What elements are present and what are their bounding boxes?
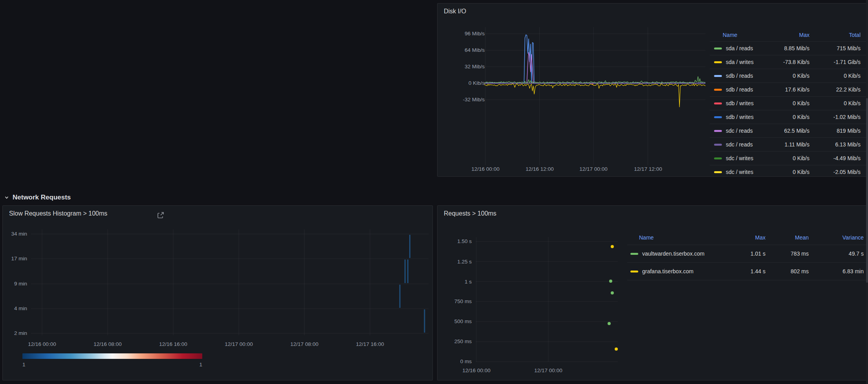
x-tick: 12/17 00:00 [221, 341, 256, 347]
series-color-swatch [630, 253, 638, 255]
legend-value-max: 0 Kib/s [769, 155, 817, 161]
legend-value-mean: 802 ms [769, 268, 813, 274]
legend-value-max: 0 Kib/s [769, 114, 817, 120]
y-tick: 64 Mib/s [445, 47, 485, 53]
color-scale-max: 1 [183, 362, 202, 368]
legend-series-name[interactable]: sdc / writes [710, 155, 769, 161]
y-tick: 1.50 s [444, 238, 472, 244]
series-color-swatch [714, 75, 722, 77]
disk-legend-row: sdb / writes0 Kib/s0 Kib/s [710, 96, 868, 110]
disk-legend-row: sdb / writes0 Kib/s-1.02 Mib/s [710, 110, 868, 124]
legend-value-max: -73.8 Kib/s [769, 59, 817, 65]
legend-header-name[interactable]: Name [710, 32, 769, 38]
legend-series-name[interactable]: sda / writes [710, 59, 769, 65]
y-tick: 17 min [4, 256, 27, 261]
series-color-swatch [714, 48, 722, 49]
disk-legend-row: sdc / writes0 Kib/s-2.05 Mib/s [710, 165, 868, 174]
legend-series-name[interactable]: sdc / reads [710, 128, 769, 134]
y-tick: 1 s [444, 279, 472, 285]
y-tick: 0 Kib/s [445, 80, 485, 86]
x-tick: 12/16 00:00 [459, 368, 494, 373]
y-tick: 500 ms [444, 318, 472, 324]
panel-requests: Requests > 100ms 1.50 s 1.25 s 1 s 750 m… [437, 205, 868, 380]
y-tick: 9 min [4, 281, 27, 287]
legend-header-mean[interactable]: Mean [769, 234, 813, 241]
legend-value-total: -2.05 Mib/s [817, 169, 868, 174]
heatmap-color-scale [22, 353, 202, 359]
legend-value-total: 6.13 Mib/s [817, 141, 868, 148]
legend-series-name[interactable]: sda / reads [710, 45, 769, 51]
legend-series-name[interactable]: sdb / writes [710, 114, 769, 120]
grafana-dashboard: Disk I/O 96 Mib/s 64 Mib/s 32 Mib/s 0 Ki… [0, 0, 868, 384]
y-tick: 96 Mib/s [445, 31, 485, 37]
disk-legend-row: sda / reads8.85 Mib/s715 Mib/s [710, 41, 868, 55]
disk-legend-row: sdb / reads17.6 Kib/s22.2 Kib/s [710, 82, 868, 96]
x-tick: 12/17 00:00 [531, 368, 566, 373]
y-tick: 2 min [4, 330, 27, 336]
requests-legend-row: grafana.tiserbox.com1.44 s802 ms6.83 min [627, 262, 868, 280]
legend-value-total: -1.02 Mib/s [817, 114, 868, 120]
chevron-down-icon [4, 195, 9, 200]
disk-legend-row: sda / writes-73.8 Kib/s-1.71 Gib/s [710, 55, 868, 69]
series-color-swatch [714, 171, 722, 173]
legend-value-total: -4.49 Mib/s [817, 155, 868, 161]
legend-series-name[interactable]: sdc / reads [710, 141, 769, 148]
legend-series-name[interactable]: sdb / writes [710, 100, 769, 106]
legend-value-max: 1.01 s [711, 251, 769, 257]
y-tick: 750 ms [444, 298, 472, 304]
legend-value-total: 819 Mib/s [817, 128, 868, 134]
x-tick: 12/16 16:00 [156, 341, 191, 347]
x-tick: 12/17 16:00 [352, 341, 388, 347]
legend-series-name[interactable]: grafana.tiserbox.com [627, 268, 711, 274]
legend-value-max: 17.6 Kib/s [769, 86, 817, 93]
x-tick: 12/16 12:00 [522, 166, 557, 172]
series-color-swatch [714, 144, 722, 146]
series-color-swatch [630, 271, 638, 272]
legend-header-max[interactable]: Max [711, 234, 769, 241]
legend-value-total: 22.2 Kib/s [817, 86, 868, 93]
y-tick: 32 Mib/s [445, 64, 485, 69]
legend-value-total: -1.71 Gib/s [817, 59, 868, 65]
legend-value-variance: 6.83 min [813, 268, 868, 274]
requests-legend-table: Name Max Mean Variance vaultwarden.tiser… [627, 230, 868, 282]
legend-value-max: 1.44 s [711, 268, 769, 274]
disk-legend-row: sdc / reads1.11 Mib/s6.13 Mib/s [710, 137, 868, 151]
legend-value-max: 62.5 Mib/s [769, 128, 817, 134]
legend-header-name[interactable]: Name [627, 234, 711, 241]
disk-legend-row: sdc / reads62.5 Mib/s819 Mib/s [710, 124, 868, 137]
legend-value-max: 0 Kib/s [769, 169, 817, 174]
series-color-swatch [714, 102, 722, 104]
x-tick: 12/17 00:00 [576, 166, 611, 172]
legend-series-name[interactable]: sdb / reads [710, 73, 769, 79]
y-tick: 4 min [4, 305, 27, 311]
scrollbar-thumb[interactable] [866, 98, 868, 283]
series-color-swatch [714, 130, 722, 132]
x-tick: 12/17 12:00 [630, 166, 666, 172]
legend-header-total[interactable]: Total [817, 32, 868, 38]
legend-value-max: 0 Kib/s [769, 73, 817, 79]
row-header-network-requests[interactable]: Network Requests [4, 194, 71, 201]
legend-series-name[interactable]: sdc / writes [710, 169, 769, 174]
disk-legend-row: sdb / reads0 Kib/s0 Kib/s [710, 69, 868, 82]
legend-series-name[interactable]: vaultwarden.tiserbox.com [627, 251, 711, 257]
legend-header-max[interactable]: Max [769, 32, 817, 38]
legend-header-variance[interactable]: Variance [813, 234, 868, 241]
legend-value-total: 0 Kib/s [817, 100, 868, 106]
series-color-swatch [714, 116, 722, 118]
legend-value-variance: 49.7 s [813, 251, 868, 257]
legend-value-max: 0 Kib/s [769, 100, 817, 106]
x-tick: 12/17 08:00 [287, 341, 322, 347]
page-scrollbar[interactable] [866, 0, 868, 384]
y-tick: -32 Mib/s [445, 97, 485, 102]
legend-value-max: 1.11 Mib/s [769, 141, 817, 148]
legend-series-name[interactable]: sdb / reads [710, 86, 769, 93]
y-tick: 0 ms [444, 358, 472, 364]
y-tick: 1.25 s [444, 259, 472, 265]
x-tick: 12/16 08:00 [90, 341, 125, 347]
series-color-swatch [714, 61, 722, 63]
x-tick: 12/16 00:00 [468, 166, 503, 172]
panel-disk-io: Disk I/O 96 Mib/s 64 Mib/s 32 Mib/s 0 Ki… [437, 3, 868, 177]
legend-value-mean: 783 ms [769, 251, 813, 257]
series-color-swatch [714, 157, 722, 159]
disk-io-legend-table: Name Max Total sda / reads8.85 Mib/s715 … [710, 29, 868, 174]
